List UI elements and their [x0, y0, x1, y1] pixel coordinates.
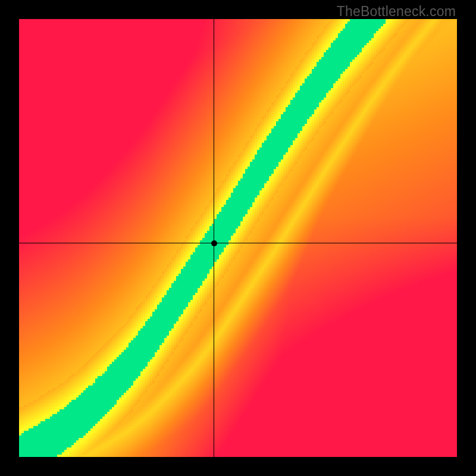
crosshair-horizontal: [19, 243, 457, 243]
bottleneck-heatmap: [19, 19, 457, 457]
chart-frame: TheBottleneck.com: [0, 0, 476, 476]
crosshair-vertical: [214, 19, 214, 457]
watermark-text: TheBottleneck.com: [337, 4, 456, 20]
selection-marker: [211, 240, 217, 246]
